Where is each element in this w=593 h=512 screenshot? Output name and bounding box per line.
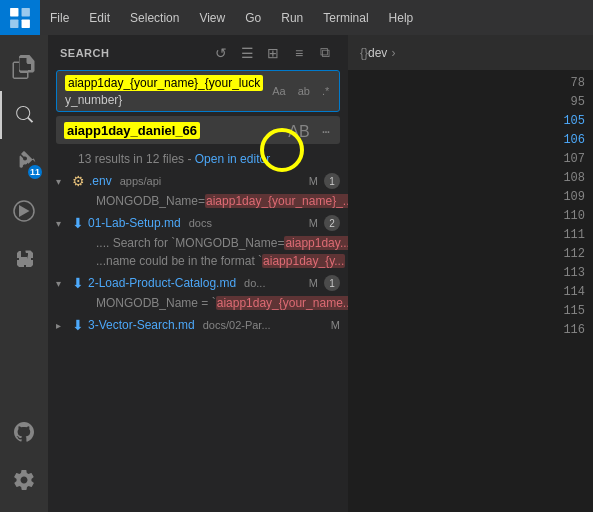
menu-go[interactable]: Go: [235, 0, 271, 35]
line-114: 114: [356, 283, 585, 302]
breadcrumb-text: {}: [360, 46, 368, 60]
file-modified-badge-catalog: M: [309, 277, 318, 289]
replace-dots-button[interactable]: ···: [314, 121, 336, 143]
svg-rect-0: [10, 8, 18, 16]
match-text-catalog-0: MONGODB_Name = `: [96, 296, 216, 310]
file-group-catalog: ▾ ⬇ 2-Load-Product-Catalog.md do... M 1 …: [48, 272, 348, 312]
search-query-display: aiapp1day_{your_name}_{your_luck y_numbe…: [65, 75, 263, 107]
file-header-catalog[interactable]: ▾ ⬇ 2-Load-Product-Catalog.md do... M 1: [48, 272, 348, 294]
match-highlight-catalog-0: aiapp1day_{your_name...: [216, 296, 348, 310]
file-group-lab-setup: ▾ ⬇ 01-Lab-Setup.md docs M 2 .... Search…: [48, 212, 348, 270]
collapse-all-button[interactable]: ≡: [288, 42, 310, 64]
results-info: 13 results in 12 files - Open in editor: [48, 148, 348, 170]
flag-word[interactable]: ab: [293, 83, 315, 99]
match-count-lab-setup: 2: [324, 215, 340, 231]
match-highlight-env-0: aiapp1day_{your_name}_...: [205, 194, 348, 208]
flag-regex[interactable]: .*: [317, 83, 334, 99]
file-name-lab-setup[interactable]: 01-Lab-Setup.md: [88, 216, 181, 230]
main-layout: 11: [0, 35, 593, 512]
match-text-env-0: MONGODB_Name=: [96, 194, 205, 208]
file-group-env: ▾ ⚙ .env apps/api M 1 MONGODB_Name=aiapp…: [48, 170, 348, 210]
menu-view[interactable]: View: [189, 0, 235, 35]
activity-item-git[interactable]: 11: [0, 139, 48, 187]
search-highlight: aiapp1day_{your_name}_{your_luck: [65, 75, 263, 91]
menu-run[interactable]: Run: [271, 0, 313, 35]
file-path-lab-setup: docs: [189, 217, 212, 229]
match-line-lab-0[interactable]: .... Search for `MONGODB_Name=aiapp1day.…: [48, 234, 348, 252]
clear-results-button[interactable]: ☰: [236, 42, 258, 64]
line-numbers: 78 95 105 106 107 108 109 110 111 112 11…: [348, 70, 593, 344]
activity-item-run[interactable]: [0, 187, 48, 235]
file-name-vector[interactable]: 3-Vector-Search.md: [88, 318, 195, 332]
refresh-button[interactable]: ↺: [210, 42, 232, 64]
file-modified-badge-env: M: [309, 175, 318, 187]
file-path-vector: docs/02-Par...: [203, 319, 271, 331]
replace-input-container: aiapp1day_daniel_66 AB ···: [48, 116, 348, 148]
replace-button[interactable]: AB: [288, 121, 310, 143]
activity-bar: 11: [0, 35, 48, 512]
git-badge: 11: [28, 165, 42, 179]
activity-item-github[interactable]: [0, 408, 48, 456]
replace-value-highlight: aiapp1day_daniel_66: [64, 122, 200, 139]
activity-item-explorer[interactable]: [0, 43, 48, 91]
svg-rect-3: [22, 19, 30, 27]
chevron-down-icon-3: ▾: [56, 278, 68, 289]
line-109: 109: [356, 188, 585, 207]
search-input-row: aiapp1day_{your_name}_{your_luck y_numbe…: [65, 75, 331, 107]
match-line-env-0[interactable]: MONGODB_Name=aiapp1day_{your_name}_...: [48, 192, 348, 210]
file-header-vector[interactable]: ▸ ⬇ 3-Vector-Search.md docs/02-Par... M: [48, 314, 348, 336]
file-header-env[interactable]: ▾ ⚙ .env apps/api M 1: [48, 170, 348, 192]
chevron-down-icon-2: ▾: [56, 218, 68, 229]
menu-help[interactable]: Help: [379, 0, 424, 35]
download-file-icon-2: ⬇: [72, 275, 84, 291]
line-110: 110: [356, 207, 585, 226]
download-file-icon: ⬇: [72, 215, 84, 231]
match-line-catalog-0[interactable]: MONGODB_Name = `aiapp1day_{your_name...: [48, 294, 348, 312]
file-header-lab-setup[interactable]: ▾ ⬇ 01-Lab-Setup.md docs M 2: [48, 212, 348, 234]
line-108: 108: [356, 169, 585, 188]
match-text-lab-0: .... Search for `MONGODB_Name=: [96, 236, 284, 250]
search-header: SEARCH ↺ ☰ ⊞ ≡ ⧉: [48, 35, 348, 70]
line-95: 95: [356, 93, 585, 112]
match-count-env: 1: [324, 173, 340, 189]
menu-terminal[interactable]: Terminal: [313, 0, 378, 35]
app-icon: [0, 0, 40, 35]
file-name-env[interactable]: .env: [89, 174, 112, 188]
sidebar: SEARCH ↺ ☰ ⊞ ≡ ⧉ aiapp1day_{your_name}_{…: [48, 35, 348, 512]
line-111: 111: [356, 226, 585, 245]
line-115: 115: [356, 302, 585, 321]
right-panel: {} dev › 78 95 105 106 107 108 109 110 1…: [348, 35, 593, 512]
activity-item-settings[interactable]: [0, 456, 48, 504]
line-107: 107: [356, 150, 585, 169]
match-line-lab-1[interactable]: ...name could be in the format `aiapp1da…: [48, 252, 348, 270]
menu-edit[interactable]: Edit: [79, 0, 120, 35]
line-116: 116: [356, 321, 585, 340]
file-modified-badge-vector: M: [331, 319, 340, 331]
match-count-catalog: 1: [324, 275, 340, 291]
file-status-lab-setup: M 2: [309, 215, 340, 231]
activity-bottom: [0, 408, 48, 512]
right-panel-header: {} dev ›: [348, 35, 593, 70]
chevron-down-icon: ▾: [56, 176, 68, 187]
activity-item-extensions[interactable]: [0, 235, 48, 283]
chevron-right-icon: ▸: [56, 320, 68, 331]
line-105: 105: [356, 112, 585, 131]
open-in-editor-link[interactable]: Open in editor: [195, 152, 270, 166]
menu-bar: File Edit Selection View Go Run Terminal…: [40, 0, 423, 35]
more-actions-button[interactable]: ⧉: [314, 42, 336, 64]
line-112: 112: [356, 245, 585, 264]
file-name-catalog[interactable]: 2-Load-Product-Catalog.md: [88, 276, 236, 290]
flag-case[interactable]: Aa: [267, 83, 290, 99]
menu-selection[interactable]: Selection: [120, 0, 189, 35]
titlebar: File Edit Selection View Go Run Terminal…: [0, 0, 593, 35]
file-status-vector: M: [331, 319, 340, 331]
line-106: 106: [356, 131, 585, 150]
file-status-env: M 1: [309, 173, 340, 189]
file-modified-badge-lab-setup: M: [309, 217, 318, 229]
open-new-editor-button[interactable]: ⊞: [262, 42, 284, 64]
search-query-line2: y_number}: [65, 93, 122, 107]
file-path-env: apps/api: [120, 175, 162, 187]
results-dash: -: [187, 152, 194, 166]
activity-item-search[interactable]: [0, 91, 48, 139]
menu-file[interactable]: File: [40, 0, 79, 35]
